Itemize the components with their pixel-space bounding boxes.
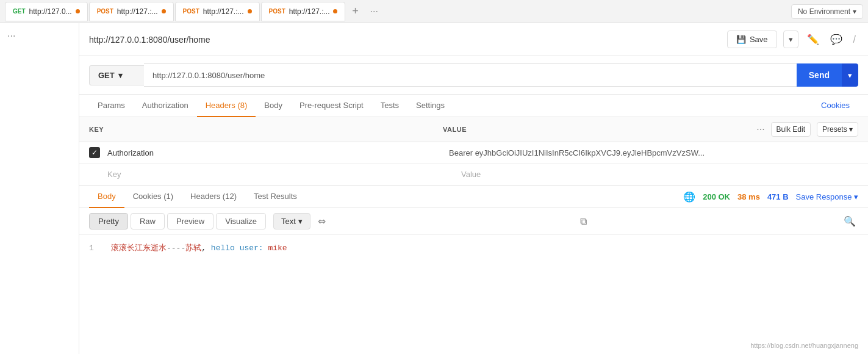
save-label: Save xyxy=(750,35,768,44)
method-label-get: GET xyxy=(13,8,26,15)
url-display: http://127.0.0.1:8080/user/home xyxy=(89,35,721,45)
value-column-header: VALUE xyxy=(443,126,756,133)
tab-pre-request[interactable]: Pre-request Script xyxy=(291,95,372,117)
tab-url-2: http://127.:... xyxy=(117,7,158,16)
method-label-post-3: POST xyxy=(269,8,285,15)
watermark: https://blog.csdn.net/huangxjanneng xyxy=(750,342,858,349)
headers-count: (8) xyxy=(237,101,247,110)
tab-body[interactable]: Body xyxy=(256,95,291,117)
header-checkbox-1[interactable]: ✓ xyxy=(89,147,100,158)
tab-url-4: http://127.:... xyxy=(289,7,330,16)
tab-dot-2 xyxy=(162,9,166,13)
tab-url-1: http://127.0... xyxy=(29,7,72,16)
text-format-chevron-icon: ▾ xyxy=(298,217,303,226)
empty-key-placeholder[interactable]: Key xyxy=(107,170,461,179)
save-icon: 💾 xyxy=(736,35,746,44)
format-bar: Pretty Raw Preview Visualize Text ▾ ⇔ ⧉ … xyxy=(79,208,868,235)
method-value: GET xyxy=(98,71,115,80)
send-button[interactable]: Send xyxy=(797,63,842,87)
request-tabs-row: Params Authorization Headers (8) Body Pr… xyxy=(79,95,868,117)
bulk-edit-button[interactable]: Bulk Edit xyxy=(771,122,811,137)
method-label-post-1: POST xyxy=(97,8,113,15)
format-raw-button[interactable]: Raw xyxy=(131,213,165,229)
tab-settings[interactable]: Settings xyxy=(407,95,453,117)
cookies-button[interactable]: Cookies xyxy=(812,95,858,117)
tab-headers[interactable]: Headers (8) xyxy=(197,95,256,117)
search-response-button[interactable]: 🔍 xyxy=(841,213,858,229)
username-text: mike xyxy=(268,244,287,253)
key-column-header: KEY xyxy=(89,126,443,133)
globe-icon[interactable]: 🌐 xyxy=(683,191,695,203)
comment-icon-button[interactable]: 💬 xyxy=(828,31,845,48)
save-button[interactable]: 💾 Save xyxy=(727,31,777,48)
method-chevron-icon: ▾ xyxy=(118,71,123,80)
chinese-text-1: 滚滚长江东逝水 xyxy=(111,244,167,253)
line-number-1: 1 xyxy=(89,242,101,255)
empty-header-row: Key Value xyxy=(79,164,868,185)
header-row-1: ✓ Authorization Bearer eyJhbGciOiJIUzI1N… xyxy=(79,142,868,164)
tab-authorization[interactable]: Authorization xyxy=(134,95,197,117)
tab-dot-3 xyxy=(248,9,252,13)
method-label-post-2: POST xyxy=(183,8,199,15)
response-time: 38 ms xyxy=(737,192,760,201)
save-dropdown-button[interactable]: ▾ xyxy=(783,31,798,48)
tab-post-3[interactable]: POST http://127.:... xyxy=(261,2,346,21)
add-tab-button[interactable]: + xyxy=(346,3,364,20)
text-format-label: Text xyxy=(281,217,296,226)
separator: ---- xyxy=(167,244,185,253)
main-content: ··· http://127.0.0.1:8080/user/home 💾 Sa… xyxy=(0,23,868,354)
tab-dot-4 xyxy=(333,9,337,13)
response-tabs-row: Body Cookies (1) Headers (12) Test Resul… xyxy=(79,186,868,208)
sidebar-more-button[interactable]: ··· xyxy=(0,23,79,49)
response-tab-cookies[interactable]: Cookies (1) xyxy=(124,186,182,208)
wrap-icon[interactable]: ⇔ xyxy=(318,215,326,227)
format-preview-button[interactable]: Preview xyxy=(167,213,213,229)
env-label: No Environment xyxy=(798,7,850,16)
response-tab-test-results[interactable]: Test Results xyxy=(245,186,306,208)
send-dropdown-button[interactable]: ▾ xyxy=(842,63,858,87)
format-visualize-button[interactable]: Visualize xyxy=(216,213,266,229)
response-section: Body Cookies (1) Headers (12) Test Resul… xyxy=(79,185,868,262)
tab-dot-1 xyxy=(76,9,80,13)
request-input-row: GET ▾ Send ▾ xyxy=(79,56,868,95)
tab-params[interactable]: Params xyxy=(89,95,134,117)
header-key-1: Authorization xyxy=(107,148,449,157)
headers-more-button[interactable]: ··· xyxy=(756,124,764,135)
format-pretty-button[interactable]: Pretty xyxy=(89,213,128,229)
tab-post-1[interactable]: POST http://127.:... xyxy=(89,2,174,21)
tab-get-1[interactable]: GET http://127.0... xyxy=(5,2,88,21)
chinese-text-2: 苏轼 xyxy=(185,244,201,253)
text-format-dropdown[interactable]: Text ▾ xyxy=(273,213,310,229)
environment-selector[interactable]: No Environment ▾ xyxy=(791,4,863,19)
response-size: 471 B xyxy=(767,192,789,201)
hello-user-text: hello user: xyxy=(206,244,268,253)
tab-url-3: http://127.:... xyxy=(203,7,244,16)
save-response-button[interactable]: Save Response ▾ xyxy=(796,192,858,201)
response-body: 1 滚滚长江东逝水----苏轼, hello user: mike xyxy=(79,235,868,262)
headers-actions: ··· Bulk Edit Presets ▾ xyxy=(756,122,858,137)
tab-post-2[interactable]: POST http://127.:... xyxy=(175,2,260,21)
sidebar: ··· xyxy=(0,23,79,354)
presets-button[interactable]: Presets ▾ xyxy=(817,122,858,137)
url-input[interactable] xyxy=(144,63,797,87)
comma-text: , xyxy=(201,244,206,253)
header-value-1: Bearer eyJhbGciOiJIUzI1NiIsInR5cCI6IkpXV… xyxy=(449,148,858,157)
response-status-row: 🌐 200 OK 38 ms 471 B Save Response ▾ xyxy=(683,191,858,203)
response-tab-body[interactable]: Body xyxy=(89,186,124,208)
tab-tests[interactable]: Tests xyxy=(372,95,407,117)
request-panel: http://127.0.0.1:8080/user/home 💾 Save ▾… xyxy=(79,23,868,354)
status-code: 200 OK xyxy=(703,192,730,201)
response-content-line-1: 滚滚长江东逝水----苏轼, hello user: mike xyxy=(111,242,287,255)
headers-table-header: KEY VALUE ··· Bulk Edit Presets ▾ xyxy=(79,117,868,142)
response-tab-headers[interactable]: Headers (12) xyxy=(182,186,245,208)
empty-value-placeholder[interactable]: Value xyxy=(461,170,858,179)
url-bar: http://127.0.0.1:8080/user/home 💾 Save ▾… xyxy=(79,23,868,56)
env-chevron-icon: ▾ xyxy=(853,7,856,16)
edit-icon-button[interactable]: ✏️ xyxy=(805,31,822,48)
copy-button[interactable]: ⧉ xyxy=(578,214,589,229)
tab-bar: GET http://127.0... POST http://127.:...… xyxy=(0,0,868,23)
side-panel-button[interactable]: / xyxy=(851,32,858,48)
more-tabs-button[interactable]: ··· xyxy=(365,6,382,17)
method-selector[interactable]: GET ▾ xyxy=(89,65,144,85)
